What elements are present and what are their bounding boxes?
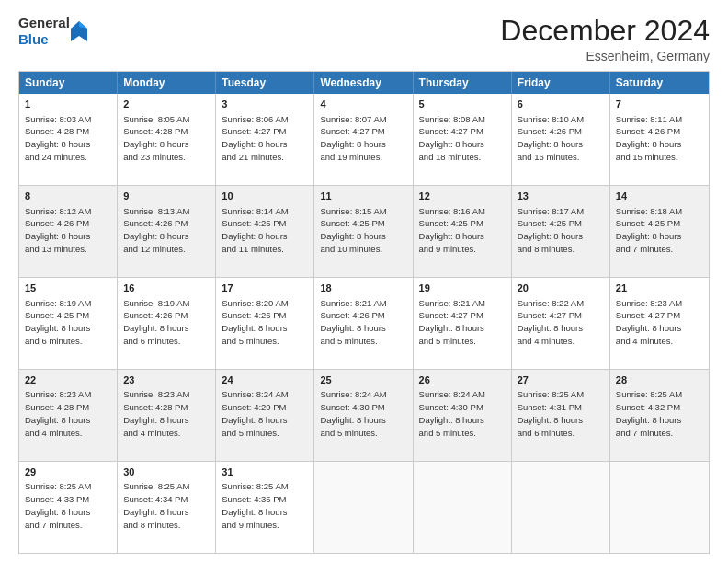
day-info: Sunrise: 8:05 AMSunset: 4:28 PMDaylight:… <box>123 113 210 164</box>
day-header-wednesday: Wednesday <box>314 72 413 94</box>
day-info: Sunrise: 8:25 AMSunset: 4:35 PMDaylight:… <box>222 480 308 531</box>
calendar-row-3: 15Sunrise: 8:19 AMSunset: 4:25 PMDayligh… <box>19 277 709 369</box>
day-header-thursday: Thursday <box>414 72 512 94</box>
day-info: Sunrise: 8:24 AMSunset: 4:29 PMDaylight:… <box>222 388 308 439</box>
day-header-friday: Friday <box>512 72 610 94</box>
day-cell-17: 17Sunrise: 8:20 AMSunset: 4:26 PMDayligh… <box>216 278 314 369</box>
day-info: Sunrise: 8:11 AMSunset: 4:26 PMDaylight:… <box>616 113 703 164</box>
day-cell-25: 25Sunrise: 8:24 AMSunset: 4:30 PMDayligh… <box>314 370 413 461</box>
day-info: Sunrise: 8:15 AMSunset: 4:25 PMDaylight:… <box>320 205 406 256</box>
day-cell-13: 13Sunrise: 8:17 AMSunset: 4:25 PMDayligh… <box>512 186 610 277</box>
day-cell-11: 11Sunrise: 8:15 AMSunset: 4:25 PMDayligh… <box>314 186 413 277</box>
day-number: 28 <box>616 373 703 387</box>
day-cell-23: 23Sunrise: 8:23 AMSunset: 4:28 PMDayligh… <box>118 370 216 461</box>
day-number: 9 <box>123 190 210 203</box>
day-number: 5 <box>419 98 506 111</box>
day-number: 30 <box>123 465 210 479</box>
day-cell-24: 24Sunrise: 8:24 AMSunset: 4:29 PMDayligh… <box>216 370 314 461</box>
day-cell-21: 21Sunrise: 8:23 AMSunset: 4:27 PMDayligh… <box>610 278 709 369</box>
day-info: Sunrise: 8:16 AMSunset: 4:25 PMDaylight:… <box>419 205 506 256</box>
day-cell-15: 15Sunrise: 8:19 AMSunset: 4:25 PMDayligh… <box>19 278 118 369</box>
day-number: 14 <box>616 190 703 203</box>
main-title: December 2024 <box>500 15 710 47</box>
day-info: Sunrise: 8:22 AMSunset: 4:27 PMDaylight:… <box>518 297 604 348</box>
day-cell-12: 12Sunrise: 8:16 AMSunset: 4:25 PMDayligh… <box>414 186 512 277</box>
day-number: 19 <box>419 282 506 295</box>
logo-content: General Blue <box>18 15 87 48</box>
day-number: 24 <box>222 373 308 387</box>
day-info: Sunrise: 8:24 AMSunset: 4:30 PMDaylight:… <box>320 388 406 439</box>
page: General Blue December 2024 Essenheim, Ge… <box>0 0 728 563</box>
day-number: 6 <box>518 98 604 111</box>
header: General Blue December 2024 Essenheim, Ge… <box>18 15 710 63</box>
day-number: 21 <box>616 282 703 295</box>
day-number: 26 <box>419 373 506 387</box>
day-number: 20 <box>518 282 604 295</box>
day-number: 27 <box>518 373 604 387</box>
logo-blue: Blue <box>18 31 49 47</box>
day-number: 2 <box>123 98 210 111</box>
day-number: 16 <box>123 282 210 295</box>
day-info: Sunrise: 8:06 AMSunset: 4:27 PMDaylight:… <box>222 113 308 164</box>
day-cell-6: 6Sunrise: 8:10 AMSunset: 4:26 PMDaylight… <box>512 94 610 185</box>
day-header-sunday: Sunday <box>19 72 118 94</box>
empty-cell <box>610 462 709 553</box>
day-info: Sunrise: 8:21 AMSunset: 4:27 PMDaylight:… <box>419 297 506 348</box>
day-cell-26: 26Sunrise: 8:24 AMSunset: 4:30 PMDayligh… <box>414 370 512 461</box>
day-cell-18: 18Sunrise: 8:21 AMSunset: 4:26 PMDayligh… <box>314 278 413 369</box>
day-cell-7: 7Sunrise: 8:11 AMSunset: 4:26 PMDaylight… <box>610 94 709 185</box>
day-cell-16: 16Sunrise: 8:19 AMSunset: 4:26 PMDayligh… <box>118 278 216 369</box>
day-info: Sunrise: 8:23 AMSunset: 4:28 PMDaylight:… <box>123 388 210 439</box>
day-cell-1: 1Sunrise: 8:03 AMSunset: 4:28 PMDaylight… <box>19 94 118 185</box>
day-cell-14: 14Sunrise: 8:18 AMSunset: 4:25 PMDayligh… <box>610 186 709 277</box>
calendar-body: 1Sunrise: 8:03 AMSunset: 4:28 PMDaylight… <box>19 94 709 553</box>
day-info: Sunrise: 8:17 AMSunset: 4:25 PMDaylight:… <box>518 205 604 256</box>
calendar: SundayMondayTuesdayWednesdayThursdayFrid… <box>18 71 710 554</box>
logo-general: General <box>18 15 70 30</box>
day-info: Sunrise: 8:10 AMSunset: 4:26 PMDaylight:… <box>518 113 604 164</box>
logo-icon <box>71 21 87 41</box>
calendar-row-5: 29Sunrise: 8:25 AMSunset: 4:33 PMDayligh… <box>19 461 709 553</box>
day-number: 25 <box>320 373 406 387</box>
day-number: 12 <box>419 190 506 203</box>
day-info: Sunrise: 8:23 AMSunset: 4:27 PMDaylight:… <box>616 297 703 348</box>
logo-text: General Blue <box>18 15 70 48</box>
day-info: Sunrise: 8:25 AMSunset: 4:31 PMDaylight:… <box>518 388 604 439</box>
day-number: 17 <box>222 282 308 295</box>
day-cell-20: 20Sunrise: 8:22 AMSunset: 4:27 PMDayligh… <box>512 278 610 369</box>
day-number: 4 <box>320 98 406 111</box>
day-cell-5: 5Sunrise: 8:08 AMSunset: 4:27 PMDaylight… <box>414 94 512 185</box>
day-cell-30: 30Sunrise: 8:25 AMSunset: 4:34 PMDayligh… <box>118 462 216 553</box>
day-info: Sunrise: 8:18 AMSunset: 4:25 PMDaylight:… <box>616 205 703 256</box>
day-number: 31 <box>222 465 308 479</box>
day-number: 18 <box>320 282 406 295</box>
day-info: Sunrise: 8:24 AMSunset: 4:30 PMDaylight:… <box>419 388 506 439</box>
day-header-tuesday: Tuesday <box>216 72 314 94</box>
day-header-saturday: Saturday <box>610 72 709 94</box>
day-info: Sunrise: 8:25 AMSunset: 4:33 PMDaylight:… <box>25 480 111 531</box>
day-cell-10: 10Sunrise: 8:14 AMSunset: 4:25 PMDayligh… <box>216 186 314 277</box>
day-cell-31: 31Sunrise: 8:25 AMSunset: 4:35 PMDayligh… <box>216 462 314 553</box>
day-info: Sunrise: 8:14 AMSunset: 4:25 PMDaylight:… <box>222 205 308 256</box>
day-cell-19: 19Sunrise: 8:21 AMSunset: 4:27 PMDayligh… <box>414 278 512 369</box>
day-info: Sunrise: 8:23 AMSunset: 4:28 PMDaylight:… <box>25 388 111 439</box>
day-info: Sunrise: 8:13 AMSunset: 4:26 PMDaylight:… <box>123 205 210 256</box>
day-info: Sunrise: 8:25 AMSunset: 4:32 PMDaylight:… <box>616 388 703 439</box>
day-cell-22: 22Sunrise: 8:23 AMSunset: 4:28 PMDayligh… <box>19 370 118 461</box>
day-info: Sunrise: 8:25 AMSunset: 4:34 PMDaylight:… <box>123 480 210 531</box>
day-number: 13 <box>518 190 604 203</box>
day-info: Sunrise: 8:12 AMSunset: 4:26 PMDaylight:… <box>25 205 111 256</box>
day-cell-4: 4Sunrise: 8:07 AMSunset: 4:27 PMDaylight… <box>314 94 413 185</box>
empty-cell <box>414 462 512 553</box>
day-number: 8 <box>25 190 111 203</box>
calendar-row-1: 1Sunrise: 8:03 AMSunset: 4:28 PMDaylight… <box>19 94 709 185</box>
day-number: 7 <box>616 98 703 111</box>
day-cell-3: 3Sunrise: 8:06 AMSunset: 4:27 PMDaylight… <box>216 94 314 185</box>
day-header-monday: Monday <box>118 72 216 94</box>
logo: General Blue <box>18 15 87 48</box>
title-area: December 2024 Essenheim, Germany <box>500 15 710 63</box>
day-number: 10 <box>222 190 308 203</box>
day-number: 23 <box>123 373 210 387</box>
day-cell-2: 2Sunrise: 8:05 AMSunset: 4:28 PMDaylight… <box>118 94 216 185</box>
day-number: 22 <box>25 373 111 387</box>
